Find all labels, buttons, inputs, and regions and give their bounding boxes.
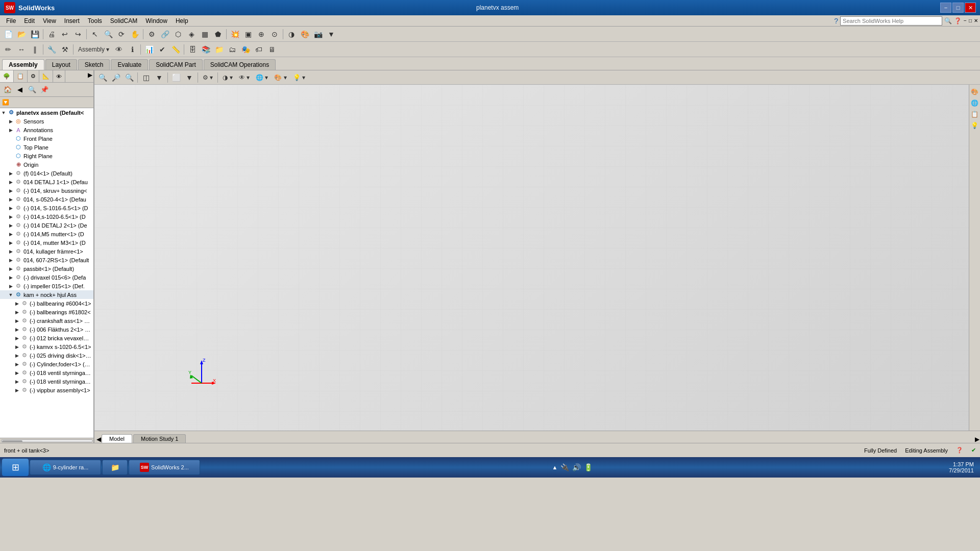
open-button[interactable]: 📂	[15, 28, 28, 40]
fm-tab-tree[interactable]: 🌳	[0, 70, 14, 82]
feature-tree[interactable]: ▼ ⚙ planetvx assem (Default< ▶ ◎ Sensors…	[0, 108, 93, 438]
save-button[interactable]: 💾	[29, 28, 41, 40]
tree-comp-3[interactable]: ▶ ⚙ 014, s-0520-4<1> (Defau	[0, 195, 93, 204]
menu-edit[interactable]: Edit	[20, 16, 39, 26]
tree-sub-4[interactable]: ▶ ⚙ (-) 012 bricka vevaxel<1>	[0, 334, 93, 342]
tree-sub-10[interactable]: ▶ ⚙ (-) vippbur assembly<1>	[0, 386, 93, 394]
display-style-button[interactable]: ◑	[285, 28, 298, 40]
insert-component-button[interactable]: ⚙	[145, 28, 158, 40]
view-palette-button[interactable]: 🗂	[226, 43, 238, 56]
component-properties-button[interactable]: ℹ	[126, 43, 138, 56]
tree-expand-c7[interactable]: ▶	[8, 232, 13, 237]
tree-sub-9[interactable]: ▶ ⚙ (-) 018 ventil styrningar v	[0, 377, 93, 386]
viewport[interactable]: Z X Y 🎨 🌐 📋 💡	[94, 85, 980, 431]
hide-show-types-button[interactable]: 👁 ▾	[236, 71, 252, 84]
tree-comp-4[interactable]: ▶ ⚙ (-) 014, S-1016-6.5<1> (D	[0, 204, 93, 212]
tree-annotations[interactable]: ▶ A Annotations	[0, 126, 93, 134]
tree-expand-s5[interactable]: ▶	[14, 344, 19, 349]
tree-expand-c4[interactable]: ▶	[8, 206, 13, 211]
tree-expand-icon[interactable]: ▼	[1, 110, 6, 115]
tree-comp-13[interactable]: ▶ ⚙ (-) impeller 015<1> (Def.	[0, 282, 93, 290]
tab-evaluate[interactable]: Evaluate	[111, 59, 148, 70]
tab-solidcam-ops[interactable]: SolidCAM Operations	[204, 59, 276, 70]
smart-dimension-button[interactable]: ↔	[15, 43, 28, 56]
tree-comp-0[interactable]: ▶ ⚙ (f) 014<1> (Default)	[0, 169, 93, 178]
menu-window[interactable]: Window	[141, 16, 172, 26]
tree-sub-6[interactable]: ▶ ⚙ (-) 025 driving disk<1> (D	[0, 351, 93, 360]
tree-expand-s6[interactable]: ▶	[14, 353, 19, 358]
taskbar-ie-button[interactable]: 🌐 9-cylinder ra...	[30, 460, 101, 475]
rp-decals-button[interactable]: 📋	[970, 109, 980, 119]
maximize-button[interactable]: □	[952, 3, 964, 13]
zoom-in-button[interactable]: 🔎	[110, 71, 122, 84]
tree-expand-s7[interactable]: ▶	[14, 362, 19, 367]
tree-comp-7[interactable]: ▶ ⚙ (-) 014,M5 mutter<1> (D	[0, 230, 93, 238]
tree-expand-s8[interactable]: ▶	[14, 370, 19, 375]
view-orientation-button[interactable]: ▼	[153, 71, 165, 84]
linear-pattern-button[interactable]: ▦	[199, 28, 211, 40]
fm-tab-properties[interactable]: 📋	[14, 70, 28, 82]
tab-sketch[interactable]: Sketch	[78, 59, 110, 70]
tree-comp-12[interactable]: ▶ ⚙ (-) drivaxel 015<6> (Defa	[0, 273, 93, 282]
undo-button[interactable]: ↩	[59, 28, 71, 40]
tree-sub-1[interactable]: ▶ ⚙ (-) ballbearings #61802<	[0, 308, 93, 316]
tree-subasm[interactable]: ▼ ⚙ kam + nock+ hjul Ass	[0, 290, 93, 299]
tree-expand-c11[interactable]: ▶	[8, 266, 13, 271]
measure-button[interactable]: 📏	[169, 43, 182, 56]
check-entity-button[interactable]: ✔	[156, 43, 168, 56]
help-button[interactable]: ❓	[954, 17, 962, 24]
minimize-button[interactable]: −	[940, 3, 951, 13]
tray-hide-icon[interactable]: ▲	[552, 464, 558, 470]
panel-close-button[interactable]: ✕	[974, 18, 978, 23]
expand-panel-button[interactable]: ▶	[87, 70, 93, 82]
tree-expand-c6[interactable]: ▶	[8, 223, 13, 228]
tree-comp-1[interactable]: ▶ ⚙ 014 DETALJ 1<1> (Defau	[0, 178, 93, 186]
tree-top-plane[interactable]: ▶ ⬡ Top Plane	[0, 143, 93, 152]
tree-expand-c5[interactable]: ▶	[8, 214, 13, 219]
tree-front-plane[interactable]: ▶ ⬡ Front Plane	[0, 134, 93, 143]
tree-expand-s3[interactable]: ▶	[14, 327, 19, 332]
exploded-view-button[interactable]: 💥	[229, 28, 241, 40]
tab-model[interactable]: Model	[102, 434, 132, 443]
close-button[interactable]: ✕	[965, 3, 976, 13]
fm-back-button[interactable]: ◀	[14, 84, 26, 95]
panel-restore-button[interactable]: □	[969, 18, 972, 23]
tree-sensors[interactable]: ▶ ◎ Sensors	[0, 117, 93, 126]
menu-help[interactable]: Help	[172, 16, 192, 26]
tree-sub-8[interactable]: ▶ ⚙ (-) 018 ventil styrningar v	[0, 368, 93, 377]
sketch-button[interactable]: ✏	[2, 43, 14, 56]
hide-show-button[interactable]: 👁	[113, 43, 125, 56]
appearance-callouts-button[interactable]: 🎭	[239, 43, 252, 56]
tab-layout[interactable]: Layout	[45, 59, 77, 70]
tree-sub-5[interactable]: ▶ ⚙ (-) kamvx s-1020-6.5<1>	[0, 342, 93, 351]
move-component-button[interactable]: ⬡	[172, 28, 184, 40]
solidcam-nc-button[interactable]: 🖥	[266, 43, 278, 56]
design-library-button[interactable]: 📚	[200, 43, 212, 56]
fm-tab-dim[interactable]: 📐	[39, 70, 53, 82]
zoom-area-button[interactable]: 🔍	[102, 28, 114, 40]
start-button[interactable]: ⊞	[2, 459, 29, 476]
tree-expand-annotations[interactable]: ▶	[8, 128, 13, 133]
tree-expand-s10[interactable]: ▶	[14, 388, 19, 393]
more-tools-button[interactable]: ▼	[325, 28, 337, 40]
toolbox-button[interactable]: 🗄	[186, 43, 199, 56]
tree-expand-c0[interactable]: ▶	[8, 171, 13, 176]
clearance-verification-button[interactable]: ⊙	[268, 28, 281, 40]
tree-origin[interactable]: ▶ ⊕ Origin	[0, 160, 93, 169]
scrollbar-thumb[interactable]	[2, 440, 22, 442]
appearances-button[interactable]: 🎨	[299, 28, 311, 40]
tree-root[interactable]: ▼ ⚙ planetvx assem (Default<	[0, 108, 93, 117]
custom-property-button[interactable]: 🏷	[253, 43, 265, 56]
tab-solidcam-part[interactable]: SolidCAM Part	[149, 59, 203, 70]
print-button[interactable]: 🖨	[45, 28, 58, 40]
menu-tools[interactable]: Tools	[84, 16, 106, 26]
mirror-components-button[interactable]: ⬟	[212, 28, 224, 40]
tree-comp-6[interactable]: ▶ ⚙ (-) 014 DETALJ 2<1> (De	[0, 221, 93, 230]
tree-sub-7[interactable]: ▶ ⚙ (-) Cylinder,foder<1> (De	[0, 360, 93, 368]
horizontal-scrollbar[interactable]	[1, 439, 93, 442]
view-settings2-button[interactable]: 🎨 ▾	[272, 71, 289, 84]
tree-expand-s4[interactable]: ▶	[14, 336, 19, 341]
section-view-button[interactable]: ▣	[242, 28, 254, 40]
tree-expand-c9[interactable]: ▶	[8, 249, 13, 254]
scene-button[interactable]: 🌐 ▾	[253, 71, 271, 84]
